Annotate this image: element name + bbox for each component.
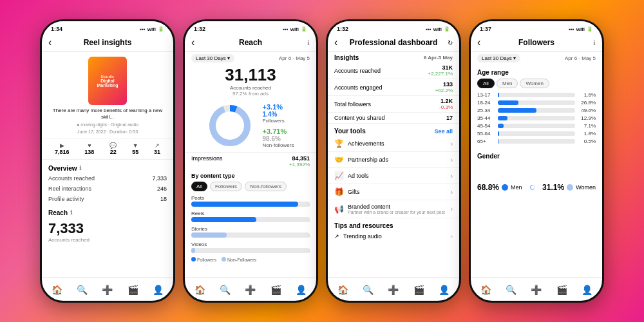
insight-ar-val: 31K (442, 64, 453, 71)
age-pct-4554: 7.1% (578, 123, 596, 129)
gender-legend-right: 31.1% Women (542, 183, 596, 192)
gender-men-legend: 68.8% Men (477, 183, 522, 192)
nav-reels-1[interactable]: 🎬 (128, 285, 138, 295)
gender-donut-chart (530, 165, 535, 210)
comments-icon: 💬 (109, 142, 117, 149)
reach-info-icon: ℹ (70, 209, 72, 216)
nav-home-3[interactable]: 🏠 (337, 285, 348, 295)
back-button-2[interactable]: ‹ (191, 37, 194, 48)
achievements-icon: 🏆 (334, 139, 344, 148)
age-pct-1317: 1.6% (578, 92, 596, 98)
shares-val: 31 (154, 149, 160, 155)
tab-followers[interactable]: Followers (210, 182, 242, 191)
reach-from-ads: 97.2% from ads (185, 91, 316, 97)
tools-header: Your tools See all (328, 124, 459, 136)
see-all-btn[interactable]: See all (434, 128, 453, 135)
likes-icon: ♥ (84, 142, 94, 149)
tab-nonfollowers[interactable]: Non-followers (245, 182, 287, 191)
accounts-reached-val: 7,333 (152, 175, 167, 182)
nav-profile-2[interactable]: 👤 (296, 285, 307, 295)
followers-label: Followers (263, 118, 294, 124)
nonfollowers-pct-change: +3.71% (263, 128, 294, 135)
status-bar-3: 1:32 ▪▪▪ wifi 🔋 (328, 21, 459, 34)
donut-legend-2: +3.1% 1.4% Followers +3.71% 98.6% Non-fo… (263, 103, 294, 148)
age-filter-women[interactable]: Women (520, 79, 549, 88)
tab-all[interactable]: All (191, 182, 207, 191)
nav-search-4[interactable]: 🔍 (506, 285, 516, 295)
videos-fill (191, 248, 195, 253)
age-bar-track-1824 (498, 100, 575, 105)
nav-add-1[interactable]: ➕ (102, 285, 113, 295)
reels-track (191, 217, 310, 222)
filter-pill-2[interactable]: Last 30 Days ▾ (191, 54, 234, 62)
nav-add-2[interactable]: ➕ (245, 285, 256, 295)
svg-point-2 (213, 108, 247, 143)
wifi-icon: wifi (147, 26, 156, 32)
age-bar-track-3544 (498, 116, 575, 120)
nav-reels-4[interactable]: 🎬 (556, 285, 567, 295)
nav-add-3[interactable]: ➕ (388, 285, 399, 295)
bar-legend: Followers Non-Followers (191, 257, 310, 262)
reach-big-number: 7,333 (48, 220, 167, 237)
nav-home-1[interactable]: 🏠 (52, 285, 62, 295)
insight-content-shared: Content you shared 17 (328, 113, 459, 124)
reel-thumb-line2: Digital (100, 79, 114, 83)
insight-accounts-reached: Accounts reached 31K +2,227.1% (328, 62, 459, 79)
reel-meta: ● moving.digits · Original audio (42, 121, 173, 128)
back-button-4[interactable]: ‹ (477, 37, 480, 48)
nav-home-2[interactable]: 🏠 (194, 285, 205, 295)
phone3-header: ‹ Professional dashboard ↻ (328, 34, 459, 52)
achievements-label: Achievements (348, 140, 384, 147)
tips-header: Tips and resources (328, 218, 459, 231)
phone2-content: ‹ Reach ℹ Last 30 Days ▾ Apr 6 - May 5 3… (185, 34, 316, 301)
bar-reels: Reels 481 (191, 211, 310, 222)
impressions-row: Impressions 84,351 +1,392% (185, 152, 316, 170)
age-label-4554: 45-54 (477, 123, 495, 129)
nav-search-3[interactable]: 🔍 (363, 285, 374, 295)
age-bar-65plus (498, 139, 498, 144)
filter-pill-4[interactable]: Last 30 Days ▾ (477, 54, 520, 62)
refresh-icon-3[interactable]: ↻ (448, 39, 453, 46)
branded-text: Branded content Partner with a brand or … (348, 204, 445, 214)
phone3-content: ‹ Professional dashboard ↻ Insights 6 Ap… (328, 34, 459, 301)
nav-reels-3[interactable]: 🎬 (413, 285, 424, 295)
nav-search-1[interactable]: 🔍 (77, 285, 88, 295)
posts-track (191, 202, 310, 207)
tool-partnership-ads[interactable]: 🤝 Partnership ads › (328, 152, 459, 168)
impressions-label: Impressions (191, 155, 223, 167)
tool-gifts[interactable]: 🎁 Gifts › (328, 184, 459, 200)
tool-ad-tools[interactable]: 📈 Ad tools › (328, 168, 459, 184)
bar-stories: Stories 253 (191, 226, 310, 238)
accounts-reached-label: Accounts reached (48, 175, 95, 182)
age-row-4554: 45-54 7.1% (477, 123, 596, 129)
nav-profile-3[interactable]: 👤 (439, 285, 450, 295)
adtools-icon: 📈 (334, 171, 344, 180)
nav-add-4[interactable]: ➕ (531, 285, 542, 295)
age-row-3544: 35-44 12.9% (477, 115, 596, 121)
age-pct-3544: 12.9% (578, 115, 596, 121)
age-filter-men[interactable]: Men (497, 79, 518, 88)
nav-profile-4[interactable]: 👤 (582, 285, 592, 295)
reel-thumb-line3: Marketing (97, 83, 118, 88)
tool-achievements[interactable]: 🏆 Achievements › (328, 136, 459, 152)
age-label-1824: 18-24 (477, 100, 495, 106)
nav-profile-1[interactable]: 👤 (153, 285, 164, 295)
reel-interactions-val: 246 (157, 185, 167, 192)
gender-legend-left: 68.8% Men (477, 183, 522, 192)
info-icon-2: ℹ (307, 39, 310, 46)
nav-reels-2[interactable]: 🎬 (270, 285, 281, 295)
nav-search-2[interactable]: 🔍 (220, 285, 231, 295)
women-color-dot (567, 184, 573, 191)
legend-nonfollowers-bar: Non-Followers (222, 257, 256, 262)
phone3-title: Professional dashboard (350, 38, 438, 47)
back-button-1[interactable]: ‹ (48, 37, 52, 48)
age-bar-2534 (498, 108, 536, 113)
nav-home-4[interactable]: 🏠 (480, 285, 491, 295)
age-filter-all[interactable]: All (477, 79, 495, 88)
back-button-3[interactable]: ‹ (334, 37, 337, 48)
wifi-icon-3: wifi (433, 26, 442, 32)
comments-val: 22 (109, 149, 117, 155)
battery-icon-4: 🔋 (587, 26, 593, 32)
tip-trending-audio[interactable]: ↗ Trending audio › (328, 231, 459, 242)
tool-branded-content[interactable]: 📢 Branded content Partner with a brand o… (328, 200, 459, 218)
